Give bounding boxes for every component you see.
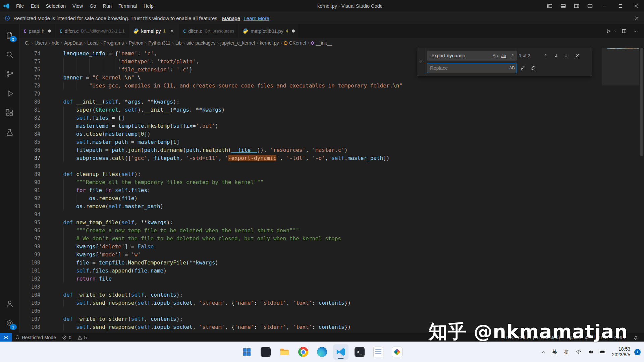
activity-testing[interactable] [0,123,19,142]
learn-more-link[interactable]: Learn More [244,15,269,21]
split-editor-icon[interactable] [619,26,629,36]
run-file-icon[interactable] [603,26,613,36]
whole-word-toggle[interactable]: ab [500,52,507,60]
breadcrumb-item-AppData[interactable]: AppData [64,40,82,46]
battery-icon[interactable] [598,345,607,359]
error-icon [62,335,67,340]
code-line-102: 102 return file [19,275,600,283]
activity-explorer[interactable]: 2 [0,25,19,45]
taskbar-terminal-icon[interactable]: >_ [352,344,367,360]
activity-accounts[interactable] [0,294,19,313]
replace-all-icon[interactable] [529,64,538,72]
status-restricted-mode[interactable]: Restricted Mode [12,333,59,342]
taskbar-notepad-icon[interactable] [371,344,386,360]
code-editor[interactable]: 74 language_info = {'name': 'c',75 'mime… [19,48,644,333]
tab-kernel.py[interactable]: kernel.py1 [129,24,179,38]
toggle-panel-icon[interactable] [556,0,570,12]
next-match-icon[interactable] [552,52,560,60]
breadcrumb-item-Python311[interactable]: Python311 [148,40,170,46]
taskbar-photos-icon[interactable] [389,344,405,360]
menu-file[interactable]: File [13,0,27,12]
menu-view[interactable]: View [69,0,86,12]
previous-match-icon[interactable] [542,52,550,60]
minimap[interactable]: language_info = {'name': 'c', 'mimetype'… [602,48,639,333]
tab-close-icon[interactable] [169,28,175,34]
find-collapse-toggle[interactable] [417,48,425,76]
manage-link[interactable]: Manage [222,15,240,21]
scrollbar[interactable] [639,48,644,333]
customize-layout-icon[interactable] [583,0,597,12]
modified-dot-icon[interactable] [292,29,295,33]
ime-pinyin-indicator[interactable]: 拼 [562,345,571,359]
menu-edit[interactable]: Edit [27,0,42,12]
status-notifications[interactable] [630,333,641,342]
menu-help[interactable]: Help [140,0,157,12]
activity-search[interactable] [0,45,19,64]
tab-dlfcn.c[interactable]: Cdlfcn.cD:\...\dlfcn-win32-1.1.1 [55,24,129,38]
breadcrumb-item-Local[interactable]: Local [87,40,98,46]
activity-settings[interactable]: 1 [0,313,19,333]
breadcrumb-item-kernelpy[interactable]: kernel.py [260,40,279,46]
replace-icon[interactable] [519,64,527,72]
find-in-selection-icon[interactable] [562,52,571,60]
breadcrumb-item-CKernel[interactable]: CKernel [284,40,306,46]
close-find-icon[interactable] [573,52,581,60]
taskbar-explorer-icon[interactable] [277,344,292,360]
menu-run[interactable]: Run [100,0,115,12]
activity-source-control[interactable] [0,64,19,84]
tab-matplotlib01.py[interactable]: matplotlib01.py4 [238,24,299,38]
menu-selection[interactable]: Selection [42,0,69,12]
match-case-toggle[interactable]: Aa [491,52,499,60]
breadcrumb-item-__init__[interactable]: __init__ [311,40,332,46]
minimize-button[interactable] [597,0,612,12]
wifi-icon[interactable] [574,345,583,359]
breadcrumb-item-Programs[interactable]: Programs [103,40,124,46]
tray-overflow-icon[interactable] [539,345,548,359]
tab-dlfcn.c[interactable]: Cdlfcn.cC:\...\resources [179,24,239,38]
status-warnings[interactable]: 5 [74,333,90,342]
line-number: 78 [19,82,40,90]
taskbar-edge-icon[interactable] [314,344,330,360]
breadcrumb-item-hdc[interactable]: hdc [52,40,59,46]
breadcrumb-item-Users[interactable]: Users [35,40,47,46]
taskbar-dark-app-icon[interactable] [258,344,273,360]
tab-psapi.h[interactable]: Cpsapi.h [19,24,55,38]
breadcrumb-item-Python[interactable]: Python [129,40,144,46]
breadcrumb-item-C[interactable]: C: [25,40,30,46]
taskbar-apps: >_ [239,344,405,360]
activity-bar: 21 [0,24,19,333]
scrollbar-thumb[interactable] [640,48,643,156]
clock[interactable]: 18:53 2023/8/5 [610,346,631,358]
regex-toggle[interactable]: .* [508,52,516,60]
close-button[interactable] [628,0,644,12]
line-number: 87 [19,154,40,162]
menu-go[interactable]: Go [86,0,99,12]
line-number: 86 [19,146,40,154]
toggle-sidebar-icon[interactable] [543,0,556,12]
status-remote[interactable] [0,333,12,342]
activity-extensions[interactable] [0,103,19,123]
line-number: 75 [19,58,40,66]
breadcrumb-item-sitepackages[interactable]: site-packages [186,40,215,46]
breadcrumb-item-jupyter_c_kernel[interactable]: jupyter_c_kernel [220,40,255,46]
run-dropdown-icon[interactable] [612,26,618,36]
activity-run-debug[interactable] [0,84,19,103]
taskbar-vscode-icon[interactable] [333,344,348,360]
maximize-button[interactable] [612,0,628,12]
breadcrumb-item-Lib[interactable]: Lib [175,40,182,46]
more-actions-icon[interactable] [631,26,641,36]
modified-dot-icon[interactable] [48,29,51,33]
line-number: 74 [19,50,40,58]
menu-terminal[interactable]: Terminal [115,0,140,12]
notification-badge[interactable]: 1 [634,349,641,355]
banner-close-icon[interactable] [634,15,639,21]
taskbar-start-icon[interactable] [239,344,255,360]
volume-icon[interactable] [586,345,595,359]
find-input[interactable] [429,53,491,59]
replace-input[interactable] [429,65,508,71]
preserve-case-toggle[interactable]: AB [508,64,516,72]
ime-mode-indicator[interactable]: 英 [550,345,559,359]
taskbar-chrome-icon[interactable] [296,344,311,360]
toggle-secondary-sidebar-icon[interactable] [570,0,583,12]
status-errors[interactable]: 0 [59,333,74,342]
